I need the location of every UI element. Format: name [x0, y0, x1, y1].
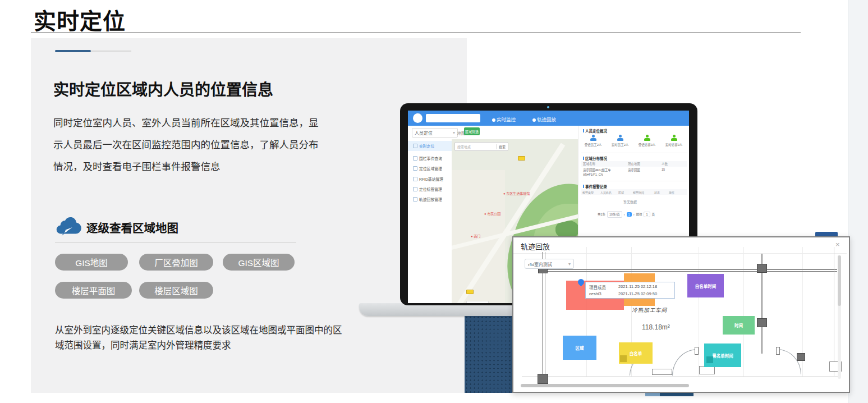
menu-icon — [413, 144, 417, 148]
goto-page-input[interactable]: 1 — [644, 212, 650, 217]
section-bar — [583, 129, 584, 132]
cloud-send-icon — [55, 213, 82, 237]
sidebar-item-rfid[interactable]: RFID基站管理 — [408, 174, 452, 184]
room-area-label: 118.18m² — [642, 323, 670, 331]
chevron-down-icon: ▾ — [453, 130, 455, 135]
feature-divider — [55, 242, 296, 242]
zone-whitelist-anchor — [620, 355, 627, 362]
divider — [581, 153, 687, 153]
playback-window-title: 轨迹回放 — [521, 241, 550, 251]
stat-registered-visitor: 登记访客0人 — [635, 135, 659, 147]
app-sidebar: 实时定位 围栏事件查询 定位区域管理 RFID基站管理 定位标签管理 轨迹回放管… — [408, 139, 452, 303]
divider — [581, 181, 687, 181]
sidebar-item-realtime[interactable]: 实时定位 — [408, 141, 452, 151]
alarms-table-header: 报警类型 人员姓名 区域 报警时间 状态 操作 — [581, 189, 687, 195]
close-icon[interactable]: × — [835, 240, 840, 249]
stat-realtime-staff: 实时员工2人 — [608, 135, 632, 147]
pagination: 共1条 10条/页 ‹ 1 › 前往 1 页 — [598, 211, 655, 218]
alarms-title: 事件报警记录 — [583, 184, 607, 189]
plan-column-node — [757, 264, 767, 273]
module-select[interactable]: 人员定位▾ — [412, 128, 458, 138]
menu-icon — [413, 187, 417, 191]
playback-title-divider — [513, 253, 847, 254]
plan-column-node — [757, 318, 767, 327]
sidebar-item-fence-events[interactable]: 围栏事件查询 — [408, 153, 452, 163]
door-jamb — [695, 347, 699, 355]
map-search-input[interactable]: 搜索地点 — [455, 144, 496, 149]
stat-realtime-visitor: 实时访客0人 — [662, 135, 686, 147]
tag-factory-overlay[interactable]: 厂区叠加图 — [139, 254, 213, 271]
tag-floor-region[interactable]: 楼层区域图 — [139, 282, 213, 299]
map-poi-label: ● 市民公园 — [484, 211, 500, 216]
app-logo-text-box — [426, 114, 480, 122]
feature-title: 逐级查看区域地图 — [86, 219, 178, 236]
menu-icon — [413, 197, 417, 202]
region-table-row[interactable]: 演示园区#F1(加工车间)#F1/F1_CN 演示园区 15 — [581, 168, 687, 177]
title-divider — [31, 32, 801, 33]
map-search-button[interactable]: 搜索 — [496, 144, 508, 149]
map-poi-label: ● 西门 — [471, 233, 480, 239]
section-heading: 实时定位区域内人员的位置信息 — [53, 77, 273, 100]
right-page-strip — [848, 0, 868, 403]
app-nav-playback[interactable]: 轨迹回放 — [532, 116, 556, 122]
nav-icon — [532, 118, 536, 122]
region-table-header: 区域名称 所在地图 人数 — [581, 161, 687, 167]
playback-map-dropdown[interactable]: rfid室内测试▾ — [525, 259, 574, 269]
tag-gis-region[interactable]: GIS区域图 — [223, 254, 295, 271]
plan-column-node — [538, 374, 548, 384]
zone-region: 区域 — [563, 336, 596, 360]
plan-gridline — [699, 247, 699, 377]
app-header: 实时监控 轨迹回放 — [408, 111, 689, 126]
map-road-badge — [466, 290, 474, 294]
vertical-scrollbar-thumb[interactable] — [838, 255, 841, 306]
app-logo — [413, 113, 422, 123]
filter-button[interactable]: 区域筛选 — [464, 127, 480, 135]
chevron-down-icon: ▾ — [568, 262, 571, 267]
room-name-label: 冷热加工车间 — [632, 306, 667, 314]
stat-registered-staff: 登记员工2人 — [581, 135, 605, 147]
feature-footnote: 从室外到室内逐级定位关键区域信息以及该区域在地图或平面图中的区域范围设置，同时满… — [55, 323, 344, 353]
plan-floor-line — [522, 376, 839, 377]
accent-line-blue — [55, 50, 91, 52]
plan-right-wall — [834, 247, 834, 376]
zone-blacklist-time: 黑名单时间 — [704, 344, 741, 367]
accent-line-gray — [91, 51, 131, 52]
horizontal-scrollbar-thumb[interactable] — [521, 384, 689, 387]
sidebar-item-tags[interactable]: 定位标签管理 — [408, 184, 452, 194]
next-page-button[interactable]: › — [633, 213, 635, 216]
sidebar-item-playback[interactable]: 轨迹回放管理 — [408, 194, 452, 204]
sidebar-item-region-manage[interactable]: 定位区域管理 — [408, 163, 452, 173]
hidden-bottom-bar-fragment-light — [645, 393, 660, 396]
zone-time: 时间 — [723, 316, 755, 335]
alarms-empty-state: 暂无数据 — [623, 199, 637, 204]
app-nav-monitor[interactable]: 实时监控 — [492, 116, 516, 122]
map-road-badge — [518, 156, 525, 161]
zone-blacklist-anchor — [706, 356, 713, 363]
door-jamb — [776, 347, 780, 355]
plan-beam — [540, 271, 837, 272]
map-search-box[interactable]: 搜索地点 搜索 — [454, 142, 508, 151]
menu-icon — [413, 166, 417, 171]
map-poi-label: ● 东区生活体验馆 — [503, 191, 530, 196]
track-tooltip: 项目成员2021-11-25 02:12:18 ceshi32021-11-25… — [585, 282, 675, 299]
zone-whitelist-time: 白名单时间 — [687, 274, 724, 297]
current-page[interactable]: 1 — [627, 212, 632, 217]
menu-icon — [413, 156, 417, 161]
region-title: 区域分布情况 — [583, 155, 607, 161]
tag-gis-map[interactable]: GIS地图 — [55, 254, 128, 271]
plan-beam — [540, 269, 837, 270]
plan-low-wall — [652, 369, 672, 375]
overview-title: 人员定位概况 — [583, 128, 607, 134]
prev-page-button[interactable]: ‹ — [624, 213, 625, 216]
per-page-select[interactable]: 10条/页 — [607, 211, 622, 218]
page: 实时定位 实时定位区域内人员的位置信息 同时定位室内人员、室外人员当前所在区域及… — [0, 0, 868, 403]
menu-icon — [413, 177, 417, 181]
plan-gridline — [743, 247, 744, 377]
plan-column-node — [797, 353, 805, 361]
nav-icon — [492, 118, 495, 122]
section-paragraph: 同时定位室内人员、室外人员当前所在区域及其位置信息，显示人员最后一次在区间监控范… — [53, 112, 325, 178]
tag-floor-plan[interactable]: 楼层平面图 — [55, 282, 132, 299]
page-title: 实时定位 — [34, 3, 126, 36]
map-attribution-box — [466, 301, 489, 303]
plan-low-wall — [699, 366, 715, 374]
